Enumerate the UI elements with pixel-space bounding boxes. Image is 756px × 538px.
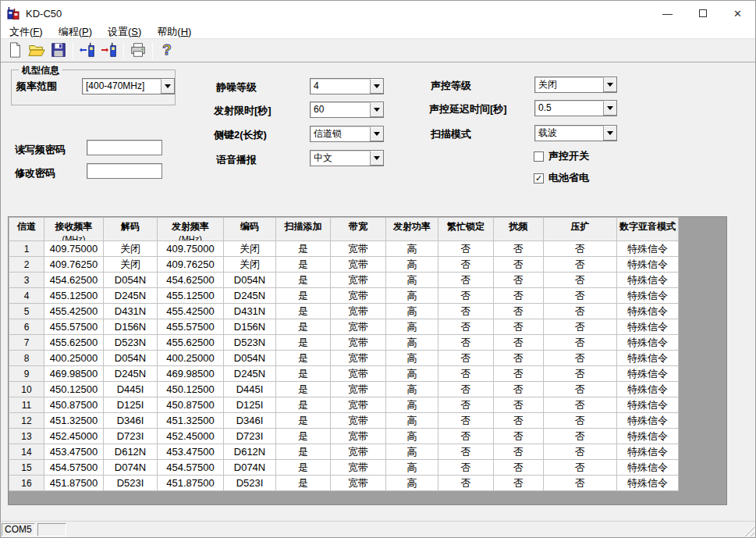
channel-data-cell[interactable]: 455.57500 <box>44 319 104 335</box>
chevron-down-icon[interactable] <box>603 101 616 116</box>
channel-data-cell[interactable]: D445I <box>224 382 276 397</box>
channel-data-cell[interactable]: 宽带 <box>331 257 386 273</box>
channel-data-cell[interactable]: 是 <box>276 304 331 319</box>
channel-data-cell[interactable]: D612N <box>224 444 276 460</box>
channel-data-cell[interactable]: 否 <box>544 460 617 476</box>
channel-number-cell[interactable]: 5 <box>9 304 44 319</box>
channel-data-cell[interactable]: D431N <box>224 304 276 319</box>
channel-data-cell[interactable]: 高 <box>386 444 438 460</box>
channel-number-cell[interactable]: 13 <box>9 429 44 444</box>
channel-number-cell[interactable]: 4 <box>9 288 44 304</box>
channel-data-cell[interactable]: 高 <box>386 429 438 444</box>
vox-switch-checkbox[interactable] <box>534 151 544 162</box>
menu-item-help[interactable]: 帮助(H) <box>154 25 193 39</box>
channel-data-cell[interactable]: D054N <box>104 351 158 366</box>
channel-data-cell[interactable]: 特殊信令 <box>617 413 679 429</box>
channel-data-cell[interactable]: 宽带 <box>331 429 386 444</box>
channel-data-cell[interactable]: 409.76250 <box>44 257 104 273</box>
chevron-down-icon[interactable] <box>161 79 174 94</box>
channel-data-cell[interactable]: D245N <box>104 288 158 304</box>
channel-data-cell[interactable]: 宽带 <box>331 273 386 288</box>
channel-data-cell[interactable]: 否 <box>544 413 617 429</box>
channel-data-cell[interactable]: D245N <box>224 288 276 304</box>
channel-data-cell[interactable]: 关闭 <box>224 257 276 273</box>
channel-data-cell[interactable]: 否 <box>544 288 617 304</box>
channel-data-cell[interactable]: 宽带 <box>331 288 386 304</box>
channel-data-cell[interactable]: 高 <box>386 288 438 304</box>
channel-data-cell[interactable]: 宽带 <box>331 241 386 257</box>
channel-data-cell[interactable]: 否 <box>494 413 544 429</box>
tx-limit-combo[interactable]: 60 <box>310 102 384 118</box>
channel-data-cell[interactable]: 否 <box>494 241 544 257</box>
channel-data-cell[interactable]: 高 <box>386 413 438 429</box>
channel-data-cell[interactable]: 453.47500 <box>44 444 104 460</box>
channel-data-cell[interactable]: 否 <box>438 429 494 444</box>
chevron-down-icon[interactable] <box>370 126 383 141</box>
channel-data-cell[interactable]: 455.12500 <box>158 288 224 304</box>
channel-number-cell[interactable]: 6 <box>9 319 44 335</box>
channel-data-cell[interactable]: 高 <box>386 351 438 366</box>
channel-data-cell[interactable]: 否 <box>544 366 617 382</box>
channel-number-cell[interactable]: 15 <box>9 460 44 476</box>
channel-number-cell[interactable]: 10 <box>9 382 44 397</box>
chevron-down-icon[interactable] <box>370 151 383 166</box>
channel-data-cell[interactable]: 否 <box>494 460 544 476</box>
channel-data-cell[interactable]: 高 <box>386 397 438 413</box>
squelch-combo[interactable]: 4 <box>310 78 384 94</box>
channel-data-cell[interactable]: 特殊信令 <box>617 351 679 366</box>
channel-data-cell[interactable]: D723I <box>104 429 158 444</box>
channel-data-cell[interactable]: 高 <box>386 476 438 491</box>
channel-data-cell[interactable]: 特殊信令 <box>617 304 679 319</box>
channel-data-cell[interactable]: D245N <box>104 366 158 382</box>
channel-data-cell[interactable]: 否 <box>438 241 494 257</box>
channel-data-cell[interactable]: 454.62500 <box>158 273 224 288</box>
channel-data-cell[interactable]: D523N <box>104 335 158 351</box>
channel-data-cell[interactable]: 宽带 <box>331 366 386 382</box>
channel-data-cell[interactable]: D156N <box>104 319 158 335</box>
channel-data-cell[interactable]: 否 <box>544 304 617 319</box>
modify-password-input[interactable] <box>87 163 162 179</box>
chevron-down-icon[interactable] <box>603 126 616 141</box>
channel-number-cell[interactable]: 14 <box>9 444 44 460</box>
channel-data-cell[interactable]: D054N <box>224 351 276 366</box>
channel-data-cell[interactable]: 否 <box>438 413 494 429</box>
channel-data-cell[interactable]: 否 <box>438 366 494 382</box>
channel-data-cell[interactable]: 否 <box>544 429 617 444</box>
channel-data-cell[interactable]: 特殊信令 <box>617 288 679 304</box>
channel-data-cell[interactable]: 特殊信令 <box>617 319 679 335</box>
channel-data-cell[interactable]: 454.57500 <box>158 460 224 476</box>
channel-data-cell[interactable]: 否 <box>438 351 494 366</box>
channel-data-cell[interactable]: 否 <box>438 288 494 304</box>
channel-data-cell[interactable]: 特殊信令 <box>617 257 679 273</box>
channel-number-cell[interactable]: 8 <box>9 351 44 366</box>
channel-data-cell[interactable]: 是 <box>276 460 331 476</box>
channel-data-cell[interactable]: 否 <box>438 476 494 491</box>
channel-data-cell[interactable]: 否 <box>544 444 617 460</box>
channel-data-cell[interactable]: 454.57500 <box>44 460 104 476</box>
channel-data-cell[interactable]: 450.87500 <box>44 397 104 413</box>
channel-data-cell[interactable]: 宽带 <box>331 460 386 476</box>
channel-number-cell[interactable]: 2 <box>9 257 44 273</box>
channel-number-cell[interactable]: 3 <box>9 273 44 288</box>
channel-data-cell[interactable]: D612N <box>104 444 158 460</box>
channel-data-cell[interactable]: 高 <box>386 257 438 273</box>
channel-data-cell[interactable]: 否 <box>494 335 544 351</box>
channel-data-cell[interactable]: D523I <box>224 476 276 491</box>
vox-delay-combo[interactable]: 0.5 <box>534 100 617 116</box>
channel-data-cell[interactable]: 否 <box>494 476 544 491</box>
channel-data-cell[interactable]: 特殊信令 <box>617 335 679 351</box>
channel-data-cell[interactable]: D054N <box>224 273 276 288</box>
channel-data-cell[interactable]: D054N <box>104 273 158 288</box>
channel-data-cell[interactable]: D445I <box>104 382 158 397</box>
channel-data-cell[interactable]: D074N <box>104 460 158 476</box>
channel-data-cell[interactable]: 455.12500 <box>44 288 104 304</box>
new-button[interactable] <box>5 41 25 61</box>
channel-data-cell[interactable]: 是 <box>276 382 331 397</box>
channel-data-cell[interactable]: D245N <box>224 366 276 382</box>
channel-number-cell[interactable]: 12 <box>9 413 44 429</box>
channel-data-cell[interactable]: 453.47500 <box>158 444 224 460</box>
battery-save-checkbox[interactable]: ✓ <box>534 173 544 183</box>
channel-data-cell[interactable]: 469.98500 <box>158 366 224 382</box>
channel-data-cell[interactable]: 宽带 <box>331 397 386 413</box>
channel-data-cell[interactable]: 否 <box>544 273 617 288</box>
